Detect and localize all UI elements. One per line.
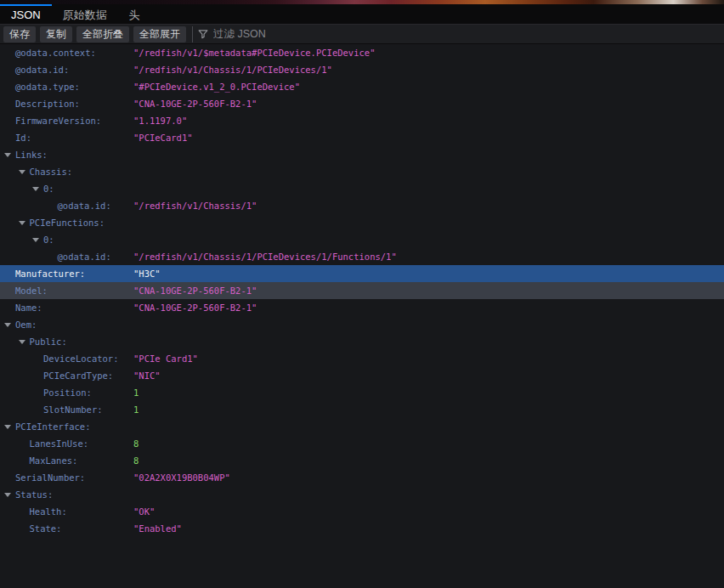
json-key: Links: bbox=[15, 146, 48, 163]
json-key: Id: bbox=[15, 129, 31, 146]
json-key: MaxLanes: bbox=[30, 452, 78, 469]
devtools-tabbar: JSON 原始数据 头 bbox=[0, 4, 724, 25]
tree-row[interactable]: @odata.context:"/redfish/v1/$metadata#PC… bbox=[0, 44, 724, 61]
tree-row[interactable]: PCIeCardType:"NIC" bbox=[0, 367, 724, 384]
json-value: "/redfish/v1/Chassis/1" bbox=[133, 197, 257, 214]
twisty-expand-icon[interactable] bbox=[19, 170, 25, 174]
tree-row[interactable]: Status: bbox=[0, 486, 724, 503]
twisty-expand-icon[interactable] bbox=[32, 187, 39, 191]
tree-row[interactable]: PCIeInterface: bbox=[0, 418, 724, 435]
json-key: State: bbox=[30, 520, 62, 537]
tree-row[interactable]: PCIeFunctions: bbox=[0, 214, 724, 231]
json-key: @odata.context: bbox=[15, 44, 96, 61]
json-value: "H3C" bbox=[133, 265, 161, 282]
tree-row[interactable]: Model:"CNA-10GE-2P-560F-B2-1" bbox=[0, 282, 724, 299]
tree-row[interactable]: 0: bbox=[0, 180, 724, 197]
json-value: "Enabled" bbox=[133, 520, 182, 537]
json-key: Description: bbox=[15, 95, 80, 112]
twisty-expand-icon[interactable] bbox=[4, 425, 11, 429]
tree-row[interactable]: Public: bbox=[0, 333, 724, 350]
tab-raw-data[interactable]: 原始数据 bbox=[52, 4, 118, 24]
tree-row[interactable]: Name:"CNA-10GE-2P-560F-B2-1" bbox=[0, 299, 724, 316]
filter-box bbox=[198, 28, 721, 40]
json-key: Manufacturer: bbox=[15, 265, 85, 282]
json-value: "CNA-10GE-2P-560F-B2-1" bbox=[133, 95, 257, 112]
json-key: FirmwareVersion: bbox=[15, 112, 101, 129]
twisty-expand-icon[interactable] bbox=[19, 340, 25, 344]
json-value: "1.1197.0" bbox=[133, 112, 187, 129]
tree-row[interactable]: @odata.id:"/redfish/v1/Chassis/1/PCIeDev… bbox=[0, 248, 724, 265]
tree-row[interactable]: LanesInUse:8 bbox=[0, 435, 724, 452]
json-key: @odata.id: bbox=[15, 61, 69, 78]
json-key: @odata.id: bbox=[58, 197, 111, 214]
twisty-expand-icon[interactable] bbox=[4, 323, 11, 327]
tree-row[interactable]: Chassis: bbox=[0, 163, 724, 180]
tree-row[interactable]: @odata.id:"/redfish/v1/Chassis/1/PCIeDev… bbox=[0, 61, 724, 78]
tree-row[interactable]: Health:"OK" bbox=[0, 503, 724, 520]
json-key: PCIeInterface: bbox=[15, 418, 91, 435]
tree-row[interactable]: 0: bbox=[0, 231, 724, 248]
json-value: "/redfish/v1/Chassis/1/PCIeDevices/1" bbox=[133, 61, 332, 78]
filter-json-input[interactable] bbox=[213, 28, 721, 40]
json-tree: @odata.context:"/redfish/v1/$metadata#PC… bbox=[0, 44, 724, 588]
save-button[interactable]: 保存 bbox=[3, 26, 36, 42]
json-key: Public: bbox=[30, 333, 67, 350]
tree-row[interactable]: Oem: bbox=[0, 316, 724, 333]
tree-row[interactable]: @odata.id:"/redfish/v1/Chassis/1" bbox=[0, 197, 724, 214]
json-value: "PCIe Card1" bbox=[133, 350, 198, 367]
tree-row[interactable]: SlotNumber:1 bbox=[0, 401, 724, 418]
twisty-expand-icon[interactable] bbox=[4, 153, 11, 157]
json-toolbar: 保存 复制 全部折叠 全部展开 bbox=[0, 25, 724, 44]
json-value: "PCIeCard1" bbox=[133, 129, 193, 146]
json-value: "CNA-10GE-2P-560F-B2-1" bbox=[133, 299, 257, 316]
json-key: PCIeCardType: bbox=[43, 367, 113, 384]
expand-all-button[interactable]: 全部展开 bbox=[133, 26, 186, 42]
tree-row[interactable]: Description:"CNA-10GE-2P-560F-B2-1" bbox=[0, 95, 724, 112]
json-value: "#PCIeDevice.v1_2_0.PCIeDevice" bbox=[133, 78, 300, 95]
json-value: "/redfish/v1/Chassis/1/PCIeDevices/1/Fun… bbox=[133, 248, 397, 265]
json-key: Health: bbox=[30, 503, 67, 520]
toolbar-separator bbox=[192, 26, 193, 42]
json-value: "CNA-10GE-2P-560F-B2-1" bbox=[133, 282, 257, 299]
json-value: "NIC" bbox=[133, 367, 161, 384]
json-key: Position: bbox=[43, 384, 92, 401]
json-value: 1 bbox=[133, 401, 139, 418]
tree-row[interactable]: @odata.type:"#PCIeDevice.v1_2_0.PCIeDevi… bbox=[0, 78, 724, 95]
tree-row[interactable]: DeviceLocator:"PCIe Card1" bbox=[0, 350, 724, 367]
json-key: DeviceLocator: bbox=[43, 350, 119, 367]
json-key: Status: bbox=[15, 486, 53, 503]
twisty-expand-icon[interactable] bbox=[19, 221, 25, 225]
json-value: "02A2X0X19B0B04WP" bbox=[133, 469, 230, 486]
tree-row[interactable]: Position:1 bbox=[0, 384, 724, 401]
json-key: SerialNumber: bbox=[15, 469, 85, 486]
copy-button[interactable]: 复制 bbox=[40, 26, 72, 42]
tab-json[interactable]: JSON bbox=[0, 4, 52, 24]
tree-row[interactable]: FirmwareVersion:"1.1197.0" bbox=[0, 112, 724, 129]
tree-row[interactable]: Id:"PCIeCard1" bbox=[0, 129, 724, 146]
tree-row[interactable]: State:"Enabled" bbox=[0, 520, 724, 537]
json-value: "/redfish/v1/$metadata#PCIeDevice.PCIeDe… bbox=[133, 44, 375, 61]
json-key: SlotNumber: bbox=[43, 401, 103, 418]
json-value: "OK" bbox=[133, 503, 155, 520]
json-key: Model: bbox=[15, 282, 48, 299]
json-value: 1 bbox=[133, 384, 139, 401]
json-key: PCIeFunctions: bbox=[30, 214, 105, 231]
twisty-expand-icon[interactable] bbox=[4, 493, 11, 497]
json-value: 8 bbox=[133, 435, 139, 452]
tab-headers[interactable]: 头 bbox=[118, 4, 151, 24]
json-key: Chassis: bbox=[30, 163, 73, 180]
json-value: 8 bbox=[133, 452, 139, 469]
tree-row[interactable]: Manufacturer:"H3C" bbox=[0, 265, 724, 282]
json-key: @odata.type: bbox=[15, 78, 80, 95]
twisty-expand-icon[interactable] bbox=[32, 238, 39, 242]
tree-row[interactable]: Links: bbox=[0, 146, 724, 163]
json-key: Oem: bbox=[15, 316, 37, 333]
tree-row[interactable]: SerialNumber:"02A2X0X19B0B04WP" bbox=[0, 469, 724, 486]
json-key: LanesInUse: bbox=[30, 435, 89, 452]
json-key: 0: bbox=[43, 180, 54, 197]
collapse-all-button[interactable]: 全部折叠 bbox=[76, 26, 129, 42]
json-key: Name: bbox=[15, 299, 42, 316]
filter-funnel-icon bbox=[198, 29, 208, 39]
tree-row[interactable]: MaxLanes:8 bbox=[0, 452, 724, 469]
json-key: 0: bbox=[43, 231, 54, 248]
